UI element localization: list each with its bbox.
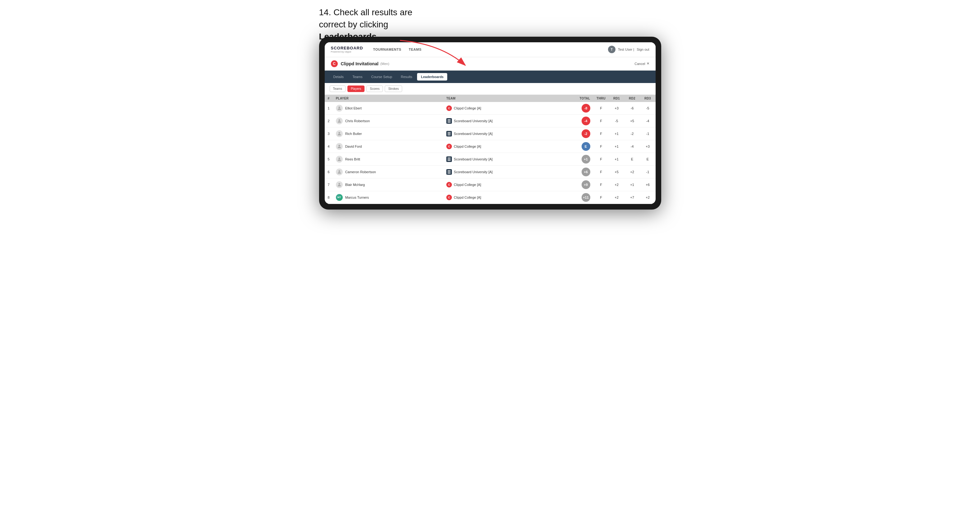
col-player: PLAYER bbox=[333, 95, 443, 102]
team-cell: Scoreboard University [A] bbox=[443, 127, 568, 140]
total-cell: -2 bbox=[568, 127, 593, 140]
rd1-cell: +2 bbox=[609, 191, 625, 204]
rank-cell: 4 bbox=[325, 140, 333, 152]
rd2-cell: -2 bbox=[625, 127, 640, 140]
team-logo: C bbox=[446, 182, 452, 187]
tab-leaderboards[interactable]: Leaderboards bbox=[417, 73, 447, 81]
tab-course-setup[interactable]: Course Setup bbox=[368, 73, 396, 81]
col-total: TOTAL bbox=[568, 95, 593, 102]
filter-strokes[interactable]: Strokes bbox=[385, 86, 402, 92]
player-name: David Ford bbox=[345, 144, 362, 148]
player-cell: Rich Butler bbox=[333, 127, 443, 140]
tournament-icon: C bbox=[331, 60, 338, 67]
tab-details[interactable]: Details bbox=[330, 73, 348, 81]
logo-main: SCOREBOARD bbox=[331, 46, 363, 50]
player-name: Elliot Ebert bbox=[345, 106, 362, 110]
filter-row: Teams Players Scores Strokes bbox=[325, 83, 655, 95]
total-cell: +9 bbox=[568, 178, 593, 191]
tournament-name: Clippd Invitational bbox=[341, 61, 379, 66]
player-cell: Cameron Robertson bbox=[333, 165, 443, 178]
team-cell: Scoreboard University [A] bbox=[443, 152, 568, 165]
player-cell: Blair McHarg bbox=[333, 178, 443, 191]
score-badge: +1 bbox=[582, 155, 590, 163]
player-avatar bbox=[336, 143, 343, 150]
total-cell: +6 bbox=[568, 165, 593, 178]
player-avatar bbox=[336, 168, 343, 175]
player-name: Rees Britt bbox=[345, 157, 360, 161]
player-cell: Rees Britt bbox=[333, 152, 443, 165]
team-name: Scoreboard University [A] bbox=[454, 119, 493, 123]
team-name: Scoreboard University [A] bbox=[454, 132, 493, 136]
total-cell: +1 bbox=[568, 152, 593, 165]
rd3-cell: +6 bbox=[640, 178, 655, 191]
rd2-cell: +7 bbox=[625, 191, 640, 204]
svg-point-1 bbox=[338, 106, 340, 108]
rd1-cell: +2 bbox=[609, 178, 625, 191]
scoreboard-logo: SCOREBOARD Powered by clippd bbox=[331, 46, 363, 53]
rd3-cell: -1 bbox=[640, 127, 655, 140]
svg-point-3 bbox=[338, 132, 340, 133]
player-name: Cameron Robertson bbox=[345, 170, 376, 174]
rd2-cell: +1 bbox=[625, 178, 640, 191]
tab-bar: Details Teams Course Setup Results Leade… bbox=[325, 71, 655, 83]
svg-point-4 bbox=[338, 144, 340, 146]
team-name: Scoreboard University [A] bbox=[454, 157, 493, 161]
table-header: # PLAYER TEAM TOTAL THRU RD1 RD2 RD3 bbox=[325, 95, 655, 102]
player-avatar bbox=[336, 156, 343, 163]
total-cell: +11 bbox=[568, 191, 593, 204]
nav-tournaments[interactable]: TOURNAMENTS bbox=[373, 46, 401, 52]
rank-cell: 1 bbox=[325, 102, 333, 115]
team-name: Clippd College [A] bbox=[454, 106, 481, 110]
tablet-frame: SCOREBOARD Powered by clippd TOURNAMENTS… bbox=[319, 37, 661, 210]
rank-cell: 2 bbox=[325, 114, 333, 127]
page-wrapper: 14. Check all results are correct by cli… bbox=[6, 6, 974, 210]
tab-teams[interactable]: Teams bbox=[348, 73, 366, 81]
table-row: 8MTMarcus TurnersCClippd College [A]+11F… bbox=[325, 191, 655, 204]
team-logo: C bbox=[446, 195, 452, 200]
nav-user: T Test User | Sign out bbox=[608, 46, 649, 53]
rd2-cell: +2 bbox=[625, 165, 640, 178]
col-rd2: RD2 bbox=[625, 95, 640, 102]
filter-players[interactable]: Players bbox=[347, 86, 364, 92]
team-name: Clippd College [A] bbox=[454, 144, 481, 148]
filter-teams[interactable]: Teams bbox=[330, 86, 345, 92]
thru-cell: F bbox=[593, 102, 609, 115]
table-row: 1Elliot EbertCClippd College [A]-8F+3-6-… bbox=[325, 102, 655, 115]
sign-out-link[interactable]: Sign out bbox=[636, 48, 649, 51]
rank-cell: 7 bbox=[325, 178, 333, 191]
thru-cell: F bbox=[593, 127, 609, 140]
rank-cell: 8 bbox=[325, 191, 333, 204]
table-row: 2Chris RobertsonScoreboard University [A… bbox=[325, 114, 655, 127]
nav-teams[interactable]: TEAMS bbox=[409, 46, 422, 52]
tournament-type: (Men) bbox=[380, 62, 390, 66]
tab-results[interactable]: Results bbox=[397, 73, 416, 81]
step-text: 14. Check all results are correct by cli… bbox=[319, 8, 412, 29]
team-cell: Scoreboard University [A] bbox=[443, 165, 568, 178]
svg-point-7 bbox=[338, 183, 340, 184]
col-thru: THRU bbox=[593, 95, 609, 102]
tablet-screen: SCOREBOARD Powered by clippd TOURNAMENTS… bbox=[325, 42, 655, 204]
score-badge: -4 bbox=[582, 117, 590, 125]
score-badge: -8 bbox=[582, 104, 590, 113]
rank-cell: 5 bbox=[325, 152, 333, 165]
team-logo: C bbox=[446, 144, 452, 149]
thru-cell: F bbox=[593, 178, 609, 191]
rd3-cell: +2 bbox=[640, 191, 655, 204]
team-cell: CClippd College [A] bbox=[443, 140, 568, 152]
app-navbar: SCOREBOARD Powered by clippd TOURNAMENTS… bbox=[325, 42, 655, 57]
table-row: 3Rich ButlerScoreboard University [A]-2F… bbox=[325, 127, 655, 140]
cancel-button[interactable]: Cancel ✕ bbox=[635, 62, 649, 66]
player-avatar: MT bbox=[336, 194, 343, 201]
thru-cell: F bbox=[593, 114, 609, 127]
svg-point-5 bbox=[338, 157, 340, 159]
filter-scores[interactable]: Scores bbox=[366, 86, 383, 92]
user-avatar: T bbox=[608, 46, 616, 53]
col-rd1: RD1 bbox=[609, 95, 625, 102]
rd1-cell: +1 bbox=[609, 127, 625, 140]
team-logo bbox=[446, 169, 452, 175]
team-logo: C bbox=[446, 105, 452, 111]
rd3-cell: -1 bbox=[640, 165, 655, 178]
table-row: 7Blair McHargCClippd College [A]+9F+2+1+… bbox=[325, 178, 655, 191]
player-name: Chris Robertson bbox=[345, 119, 370, 123]
score-badge: +6 bbox=[582, 168, 590, 176]
